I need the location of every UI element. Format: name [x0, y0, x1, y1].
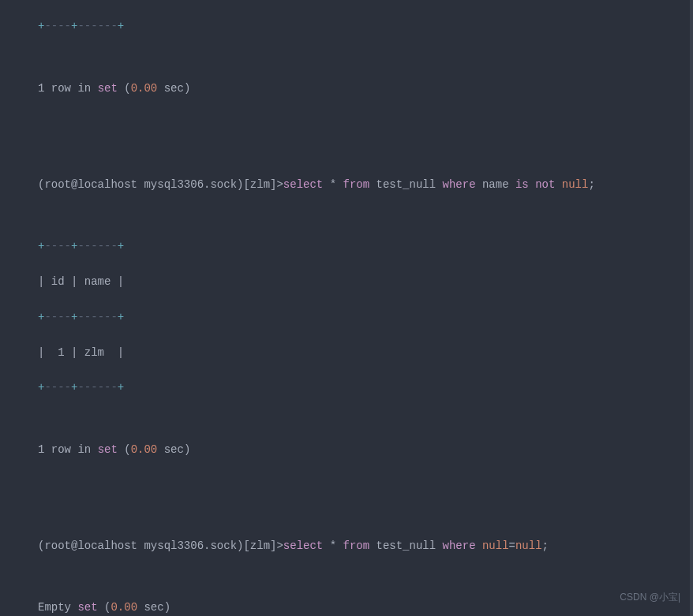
- table-row: | 1 | zlm |: [38, 344, 655, 361]
- result-summary: Empty set (0.00 sec): [38, 599, 655, 616]
- table-border: +----+------+: [38, 237, 655, 255]
- table-header: | id | name |: [38, 273, 655, 290]
- table-border: +----+------+: [38, 379, 655, 396]
- terminal-output: +----+------+ 1 row in set (0.00 sec) (r…: [0, 0, 693, 616]
- watermark: CSDN @小宝|: [620, 590, 680, 605]
- table-border: +----+------+: [38, 308, 655, 326]
- result-summary: 1 row in set (0.00 sec): [38, 80, 655, 97]
- table-border: +----+------+: [38, 17, 655, 35]
- result-summary: 1 row in set (0.00 sec): [38, 441, 655, 458]
- scrollbar[interactable]: [690, 0, 693, 616]
- sql-query-1: (root@localhost mysql3306.sock)[zlm]>sel…: [38, 176, 655, 193]
- sql-query-2: (root@localhost mysql3306.sock)[zlm]>sel…: [38, 537, 655, 554]
